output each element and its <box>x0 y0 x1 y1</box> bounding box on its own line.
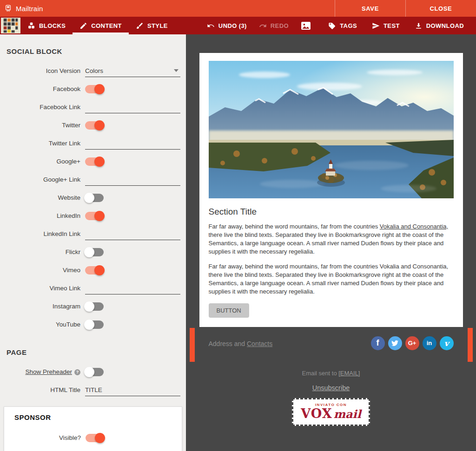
mosaico-logo <box>1 18 20 33</box>
email-preview-pane: Section Title Far far away, behind the w… <box>186 34 476 451</box>
save-button[interactable]: SAVE <box>335 0 405 17</box>
twitter-toggle[interactable] <box>85 121 104 130</box>
icon-version-label: Icon Version <box>0 67 80 74</box>
twitter-icon[interactable] <box>388 336 402 350</box>
unsubscribe-link[interactable]: Unsubscribe <box>312 384 350 392</box>
tab-blocks-label: BLOCKS <box>39 22 66 29</box>
paragraph-text: there live the blind texts. Separated th… <box>209 231 444 255</box>
tab-content-label: CONTENT <box>91 22 122 29</box>
youtube-row: YouTube <box>0 315 186 333</box>
select-value: Colors <box>85 67 103 74</box>
flickr-label: Flickr <box>0 248 80 255</box>
linkedin-icon[interactable]: in <box>423 336 436 350</box>
paragraph-text: Far far away, behind the word mountains,… <box>209 223 380 230</box>
facebook-icon[interactable]: f <box>371 336 385 350</box>
facebook-link-input[interactable] <box>85 101 180 113</box>
vimeo-link-row: Vimeo Link <box>0 279 186 297</box>
youtube-toggle[interactable] <box>85 320 104 329</box>
sponsor-visible-toggle[interactable] <box>86 434 104 442</box>
email-cta-button[interactable]: BUTTON <box>209 303 249 318</box>
sponsor-heading: SPONSOR <box>11 413 176 429</box>
linkedin-toggle[interactable] <box>85 212 104 220</box>
chevron-down-icon <box>174 69 178 72</box>
tags-button[interactable]: TAGS <box>321 17 364 34</box>
google-plus-icon[interactable]: G+ <box>405 336 419 350</box>
vimeo-toggle[interactable] <box>85 266 104 275</box>
vimeo-icon[interactable]: v <box>440 336 454 350</box>
undo-button[interactable]: UNDO (3) <box>201 17 253 34</box>
toggle-knob <box>94 265 105 275</box>
vimeo-row: Vimeo <box>0 261 186 279</box>
toggle-knob <box>94 84 105 94</box>
html-title-input[interactable] <box>85 384 180 396</box>
show-preheader-label: Show Preheader? <box>0 368 80 375</box>
gallery-button[interactable] <box>295 17 317 34</box>
twitter-link-label: Twitter Link <box>0 140 80 147</box>
email-paragraph-2[interactable]: Far far away, behind the word mountains,… <box>209 262 454 296</box>
instagram-toggle[interactable] <box>85 302 104 311</box>
vimeo-link-input[interactable] <box>85 282 180 294</box>
email-hero-image[interactable] <box>209 61 454 198</box>
brush-icon <box>136 22 144 30</box>
email-social-footer-block[interactable]: Address and Contacts f G+ in v <box>199 328 463 362</box>
email-paragraph-1[interactable]: Far far away, behind the word mountains,… <box>209 222 454 256</box>
facebook-toggle[interactable] <box>85 85 104 93</box>
google-label: Google+ <box>0 158 80 165</box>
download-icon <box>415 22 423 30</box>
linkedin-link-input[interactable] <box>85 228 180 240</box>
contacts-link[interactable]: Contacts <box>247 340 272 347</box>
flickr-toggle[interactable] <box>85 248 104 256</box>
tab-blocks[interactable]: BLOCKS <box>20 17 73 34</box>
html-title-row: HTML Title <box>0 381 186 399</box>
toggle-knob <box>94 157 105 167</box>
email-token-link[interactable]: [EMAIL] <box>338 370 360 377</box>
show-preheader-toggle[interactable] <box>85 368 104 376</box>
toggle-knob <box>94 120 105 131</box>
facebook-link-row: Facebook Link <box>0 98 186 116</box>
facebook-row: Facebook <box>0 80 186 98</box>
tag-icon <box>328 22 336 30</box>
voxmail-stamp-wrap: INVIATO CON VOXmail <box>186 398 476 426</box>
page-heading: PAGE <box>0 345 186 363</box>
facebook-link-label: Facebook Link <box>0 104 80 111</box>
website-toggle[interactable] <box>85 194 104 202</box>
download-button[interactable]: DOWNLOAD <box>407 17 471 34</box>
google-link-input[interactable] <box>85 173 180 186</box>
html-title-label: HTML Title <box>0 386 80 393</box>
train-icon <box>4 5 12 13</box>
vimeo-link-label: Vimeo Link <box>0 285 80 292</box>
redo-label: REDO <box>271 22 289 29</box>
google-toggle[interactable] <box>85 157 104 166</box>
voxmail-stamp[interactable]: INVIATO CON VOXmail <box>292 398 370 426</box>
vokalia-link[interactable]: Vokalia and Consonantia, <box>380 223 448 230</box>
sponsor-visible-row: Visible? <box>11 429 176 447</box>
linkedin-row: LinkedIn <box>0 207 186 225</box>
twitter-link-row: Twitter Link <box>0 134 186 152</box>
icon-version-select[interactable]: Colors <box>85 65 180 77</box>
download-label: DOWNLOAD <box>426 22 464 29</box>
linkedin-link-label: LinkedIn Link <box>0 230 80 237</box>
toggle-knob <box>84 193 94 203</box>
test-button[interactable]: TEST <box>364 17 407 34</box>
test-label: TEST <box>383 22 400 29</box>
instagram-row: Instagram <box>0 297 186 315</box>
tab-style[interactable]: STYLE <box>129 17 175 34</box>
social-icons-row: f G+ in v <box>371 336 454 350</box>
close-button[interactable]: CLOSE <box>405 0 476 17</box>
email-section-title[interactable]: Section Title <box>209 207 454 217</box>
toggle-knob <box>84 320 94 330</box>
email-content-block[interactable]: Section Title Far far away, behind the w… <box>199 53 463 327</box>
toggle-knob <box>95 433 105 443</box>
twitter-link-input[interactable] <box>85 137 180 150</box>
top-bar: Mailtrain SAVE CLOSE <box>0 0 476 17</box>
instagram-label: Instagram <box>0 303 80 310</box>
blocks-icon <box>27 22 35 30</box>
help-icon[interactable]: ? <box>74 369 80 375</box>
pencil-icon <box>79 22 87 30</box>
sponsor-card: SPONSOR Visible? <box>4 406 182 451</box>
toggle-knob <box>84 247 94 257</box>
redo-button[interactable]: REDO <box>253 17 295 34</box>
undo-icon <box>207 22 215 30</box>
tab-content[interactable]: CONTENT <box>73 17 129 34</box>
flickr-row: Flickr <box>0 243 186 261</box>
